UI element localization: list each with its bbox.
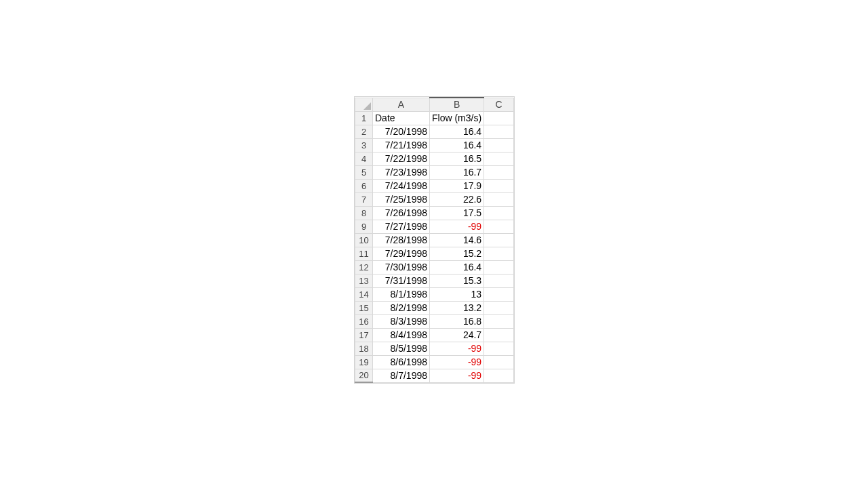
cell-empty[interactable]	[484, 206, 514, 220]
cell-date[interactable]: 7/22/1998	[373, 152, 430, 165]
cell-date[interactable]: 7/29/1998	[373, 247, 430, 260]
row-header[interactable]: 9	[355, 220, 373, 233]
row-header[interactable]: 13	[355, 274, 373, 287]
row-header[interactable]: 12	[355, 260, 373, 274]
cell-A1[interactable]: Date	[373, 111, 430, 125]
table-row: 7 7/25/1998 22.6	[355, 192, 514, 206]
table-row: 16 8/3/1998 16.8	[355, 314, 514, 328]
spreadsheet-grid[interactable]: A B C 1 Date Flow (m3/s) 2 7/20/1998 16.…	[354, 96, 515, 384]
cell-empty[interactable]	[484, 233, 514, 247]
cell-empty[interactable]	[484, 165, 514, 179]
cell-empty[interactable]	[484, 125, 514, 138]
row-header[interactable]: 5	[355, 165, 373, 179]
cell-flow[interactable]: 15.2	[430, 247, 484, 260]
row-header[interactable]: 11	[355, 247, 373, 260]
cell-flow[interactable]: 22.6	[430, 192, 484, 206]
table-row: 15 8/2/1998 13.2	[355, 301, 514, 314]
sheet-table: A B C 1 Date Flow (m3/s) 2 7/20/1998 16.…	[355, 97, 514, 383]
table-row: 17 8/4/1998 24.7	[355, 328, 514, 342]
table-row: 19 8/6/1998 -99	[355, 355, 514, 369]
cell-empty[interactable]	[484, 247, 514, 260]
cell-date[interactable]: 7/27/1998	[373, 220, 430, 233]
table-row: 20 8/7/1998 -99	[355, 369, 514, 382]
cell-flow[interactable]: 16.5	[430, 152, 484, 165]
column-header-B[interactable]: B	[430, 98, 484, 111]
cell-empty[interactable]	[484, 260, 514, 274]
column-header-A[interactable]: A	[373, 98, 430, 111]
cell-empty[interactable]	[484, 152, 514, 165]
cell-empty[interactable]	[484, 287, 514, 301]
table-row: 9 7/27/1998 -99	[355, 220, 514, 233]
cell-flow[interactable]: -99	[430, 369, 484, 382]
cell-date[interactable]: 7/24/1998	[373, 179, 430, 192]
cell-date[interactable]: 8/6/1998	[373, 355, 430, 369]
table-row: 13 7/31/1998 15.3	[355, 274, 514, 287]
cell-flow[interactable]: 16.7	[430, 165, 484, 179]
table-row: 6 7/24/1998 17.9	[355, 179, 514, 192]
cell-empty[interactable]	[484, 274, 514, 287]
cell-flow[interactable]: 16.8	[430, 314, 484, 328]
cell-date[interactable]: 8/4/1998	[373, 328, 430, 342]
cell-flow[interactable]: -99	[430, 342, 484, 355]
cell-empty[interactable]	[484, 369, 514, 382]
cell-empty[interactable]	[484, 328, 514, 342]
cell-flow[interactable]: 16.4	[430, 260, 484, 274]
cell-date[interactable]: 8/1/1998	[373, 287, 430, 301]
select-all-triangle[interactable]	[355, 98, 373, 111]
cell-flow[interactable]: 17.9	[430, 179, 484, 192]
cell-flow[interactable]: 16.4	[430, 125, 484, 138]
cell-date[interactable]: 7/30/1998	[373, 260, 430, 274]
table-row: 1 Date Flow (m3/s)	[355, 111, 514, 125]
row-header[interactable]: 15	[355, 301, 373, 314]
cell-flow[interactable]: 13	[430, 287, 484, 301]
cell-date[interactable]: 7/21/1998	[373, 138, 430, 152]
row-header[interactable]: 14	[355, 287, 373, 301]
cell-empty[interactable]	[484, 355, 514, 369]
cell-date[interactable]: 8/3/1998	[373, 314, 430, 328]
row-header[interactable]: 19	[355, 355, 373, 369]
cell-flow[interactable]: -99	[430, 355, 484, 369]
cell-empty[interactable]	[484, 220, 514, 233]
row-header[interactable]: 16	[355, 314, 373, 328]
row-header[interactable]: 7	[355, 192, 373, 206]
cell-flow[interactable]: 24.7	[430, 328, 484, 342]
cell-date[interactable]: 7/31/1998	[373, 274, 430, 287]
cell-B1[interactable]: Flow (m3/s)	[430, 111, 484, 125]
cell-flow[interactable]: 15.3	[430, 274, 484, 287]
row-header[interactable]: 20	[355, 369, 373, 382]
row-header[interactable]: 2	[355, 125, 373, 138]
cell-empty[interactable]	[484, 192, 514, 206]
table-row: 12 7/30/1998 16.4	[355, 260, 514, 274]
cell-empty[interactable]	[484, 138, 514, 152]
cell-empty[interactable]	[484, 342, 514, 355]
column-header-C[interactable]: C	[484, 98, 514, 111]
cell-empty[interactable]	[484, 301, 514, 314]
row-header[interactable]: 4	[355, 152, 373, 165]
cell-date[interactable]: 7/26/1998	[373, 206, 430, 220]
row-header[interactable]: 3	[355, 138, 373, 152]
table-row: 18 8/5/1998 -99	[355, 342, 514, 355]
cell-flow[interactable]: -99	[430, 220, 484, 233]
row-header[interactable]: 17	[355, 328, 373, 342]
sheet-body: 1 Date Flow (m3/s) 2 7/20/1998 16.4 3 7/…	[355, 111, 514, 382]
table-row: 5 7/23/1998 16.7	[355, 165, 514, 179]
row-header[interactable]: 1	[355, 111, 373, 125]
cell-flow[interactable]: 17.5	[430, 206, 484, 220]
cell-date[interactable]: 8/2/1998	[373, 301, 430, 314]
row-header[interactable]: 6	[355, 179, 373, 192]
row-header[interactable]: 8	[355, 206, 373, 220]
cell-date[interactable]: 8/5/1998	[373, 342, 430, 355]
cell-empty[interactable]	[484, 314, 514, 328]
row-header[interactable]: 10	[355, 233, 373, 247]
cell-date[interactable]: 7/25/1998	[373, 192, 430, 206]
cell-flow[interactable]: 14.6	[430, 233, 484, 247]
cell-empty[interactable]	[484, 179, 514, 192]
cell-date[interactable]: 7/20/1998	[373, 125, 430, 138]
cell-date[interactable]: 7/28/1998	[373, 233, 430, 247]
cell-flow[interactable]: 13.2	[430, 301, 484, 314]
cell-flow[interactable]: 16.4	[430, 138, 484, 152]
cell-date[interactable]: 7/23/1998	[373, 165, 430, 179]
row-header[interactable]: 18	[355, 342, 373, 355]
cell-date[interactable]: 8/7/1998	[373, 369, 430, 382]
cell-C1[interactable]	[484, 111, 514, 125]
